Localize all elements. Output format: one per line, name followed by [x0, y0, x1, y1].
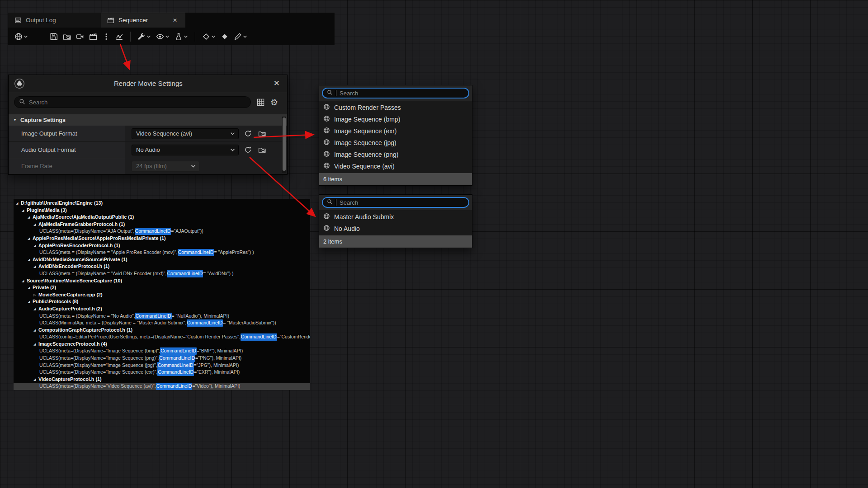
image-output-format-value: Video Sequence (avi) [125, 126, 287, 141]
popup-item[interactable]: Image Sequence (bmp) [319, 113, 472, 125]
create-camera-button[interactable] [74, 31, 86, 42]
popup-search-input[interactable]: Search [322, 197, 469, 208]
tree-node[interactable]: ◢AjaMediaFrameGrabberProtocol.h (1) [14, 221, 310, 228]
expanded-triangle-icon[interactable]: ◢ [16, 200, 21, 207]
tree-node[interactable]: ◢Source\Runtime\MovieSceneCapture (10) [14, 277, 310, 285]
tree-node[interactable]: ◢Private (2) [14, 284, 310, 291]
playlists-button[interactable] [113, 31, 125, 42]
popup-search-input[interactable]: Search [322, 88, 469, 99]
tree-node[interactable]: ◢D:\github\UnrealEngine\Engine (13) [14, 200, 310, 207]
popup-item-label: Master Audio Submix [334, 213, 394, 221]
edit-curves-button[interactable] [232, 31, 249, 42]
tree-node[interactable]: ◢AudioCaptureProtocol.h (2) [14, 305, 310, 313]
class-sphere-icon [323, 225, 330, 233]
tree-code-row[interactable]: UCLASS(MinimalApi, meta = (DisplayName =… [14, 319, 310, 327]
browse-folder-icon [258, 146, 266, 154]
expanded-triangle-icon[interactable]: ◢ [28, 235, 33, 242]
expanded-triangle-icon[interactable]: ◢ [22, 207, 27, 214]
popup-item[interactable]: Image Sequence (exr) [319, 125, 472, 137]
chevron-down-icon [146, 34, 151, 39]
tree-node[interactable]: ◢VideoCaptureProtocol.h (1) [14, 376, 310, 383]
tab-sequencer[interactable]: Sequencer ✕ [101, 13, 185, 28]
tree-code-row[interactable]: UCLASS(meta=(DisplayName="Image Sequence… [14, 355, 310, 362]
tree-node[interactable]: ◢ImageSequenceProtocol.h (4) [14, 341, 310, 348]
expanded-triangle-icon[interactable]: ◢ [28, 298, 33, 305]
view-options-button[interactable] [154, 31, 171, 42]
tree-code-row[interactable]: UCLASS(meta=(DisplayName="Image Sequence… [14, 362, 310, 369]
dialog-close-icon[interactable]: ✕ [272, 79, 282, 88]
audio-output-format-dropdown[interactable]: No Audio [132, 145, 239, 155]
expanded-triangle-icon[interactable]: ◢ [33, 221, 38, 228]
popup-item[interactable]: Custom Render Passes [319, 102, 472, 113]
expanded-triangle-icon[interactable]: ◢ [22, 277, 27, 285]
browse-asset-button[interactable] [257, 129, 267, 139]
capture-settings-section-header[interactable]: ▼ Capture Settings [9, 114, 287, 126]
world-selector-button[interactable] [13, 31, 30, 42]
tree-node[interactable]: ▷MovieSceneCapture.cpp (2) [14, 291, 310, 299]
dialog-scrollbar[interactable] [282, 117, 286, 173]
highlighted-match: CommandLineID [157, 369, 194, 376]
expanded-triangle-icon[interactable]: ◢ [33, 327, 38, 334]
tree-code-row[interactable]: UCLASS(meta=(DisplayName="AJA Output", C… [14, 228, 310, 235]
tree-node[interactable]: ◢Plugins\Media (3) [14, 207, 310, 214]
frame-rate-dropdown[interactable]: 24 fps (film) [132, 161, 199, 172]
expanded-triangle-icon[interactable]: ◢ [33, 376, 38, 383]
keyframe-options-button[interactable] [200, 31, 217, 42]
browse-asset-button[interactable] [257, 145, 267, 155]
popup-item[interactable]: Image Sequence (png) [319, 149, 472, 160]
tree-code-row[interactable]: UCLASS(config=EditorPerProjectUserSettin… [14, 333, 310, 341]
collapsed-triangle-icon[interactable]: ▷ [33, 291, 38, 299]
code-text: UCLASS(meta = (DisplayName = "Apple ProR… [39, 249, 178, 256]
playback-options-button[interactable] [173, 31, 190, 42]
tree-code-row[interactable]: UCLASS(meta=(DisplayName="Image Sequence… [14, 369, 310, 376]
settings-gear-icon[interactable]: ⚙ [270, 98, 278, 107]
more-options-button[interactable] [100, 31, 112, 42]
use-selected-asset-button[interactable] [243, 129, 253, 139]
tab-output-log[interactable]: Output Log [8, 13, 101, 28]
popup-item[interactable]: Image Sequence (jpg) [319, 137, 472, 149]
dialog-title-bar[interactable]: Render Movie Settings ✕ [9, 75, 287, 92]
tree-node[interactable]: ◢AppleProResEncoderProtocol.h (1) [14, 242, 310, 249]
popup-item-label: Custom Render Passes [334, 104, 401, 111]
expanded-triangle-icon[interactable]: ◢ [33, 305, 38, 313]
expanded-triangle-icon[interactable]: ◢ [28, 256, 33, 263]
tree-code-row[interactable]: UCLASS(meta=(DisplayName="Video Sequence… [14, 383, 310, 390]
settings-search-input[interactable]: Search [14, 96, 251, 108]
expanded-triangle-icon[interactable]: ◢ [33, 263, 38, 270]
expanded-triangle-icon[interactable]: ◢ [28, 214, 33, 221]
autokey-button[interactable] [219, 31, 231, 42]
diamond-outline-icon [202, 33, 210, 41]
tree-node[interactable]: ◢AvidDNxMedia\Source\Source\Private (1) [14, 256, 310, 263]
expanded-triangle-icon[interactable]: ◢ [33, 341, 38, 348]
tree-node-label: CompositionGraphCaptureProtocol.h (1) [38, 327, 132, 334]
close-tab-icon[interactable]: ✕ [171, 16, 179, 24]
expanded-triangle-icon[interactable]: ◢ [28, 284, 33, 291]
search-placeholder: Search [29, 99, 47, 106]
browse-content-button[interactable] [61, 31, 73, 42]
tree-node[interactable]: ◢AppleProResMedia\Source\AppleProResMedi… [14, 235, 310, 242]
section-label: Capture Settings [20, 117, 66, 123]
sequencer-icon [107, 17, 114, 24]
tree-node[interactable]: ◢AvidDNxEncoderProtocol.h (1) [14, 263, 310, 270]
tree-code-row[interactable]: UCLASS(meta = (DisplayName = "Avid DNx E… [14, 270, 310, 277]
tree-node[interactable]: ◢AjaMedia\Source\AjaMediaOutput\Public (… [14, 214, 310, 221]
tree-code-row[interactable]: UCLASS(meta=(DisplayName="Image Sequence… [14, 347, 310, 355]
use-selected-asset-button[interactable] [243, 145, 253, 155]
tree-node[interactable]: ◢CompositionGraphCaptureProtocol.h (1) [14, 327, 310, 334]
popup-item[interactable]: No Audio [319, 223, 472, 235]
property-matrix-icon[interactable] [256, 98, 265, 107]
render-movie-button[interactable] [87, 31, 99, 42]
tree-code-row[interactable]: UCLASS(meta = (DisplayName = "No Audio",… [14, 313, 310, 320]
tree-code-row[interactable]: UCLASS(meta = (DisplayName = "Apple ProR… [14, 249, 310, 256]
actions-button[interactable] [136, 31, 153, 42]
expanded-triangle-icon[interactable]: ◢ [33, 242, 38, 249]
image-output-format-dropdown[interactable]: Video Sequence (avi) [132, 128, 239, 139]
tree-node[interactable]: ◢Public\Protocols (8) [14, 298, 310, 305]
save-button[interactable] [48, 31, 60, 42]
class-sphere-icon [323, 150, 330, 159]
popup-item[interactable]: Master Audio Submix [319, 211, 472, 223]
code-text: = "AppleProRes") ) [214, 249, 254, 256]
popup-item[interactable]: Video Sequence (avi) [319, 160, 472, 172]
diamond-filled-icon [221, 33, 229, 41]
scrollbar-thumb[interactable] [283, 117, 286, 171]
